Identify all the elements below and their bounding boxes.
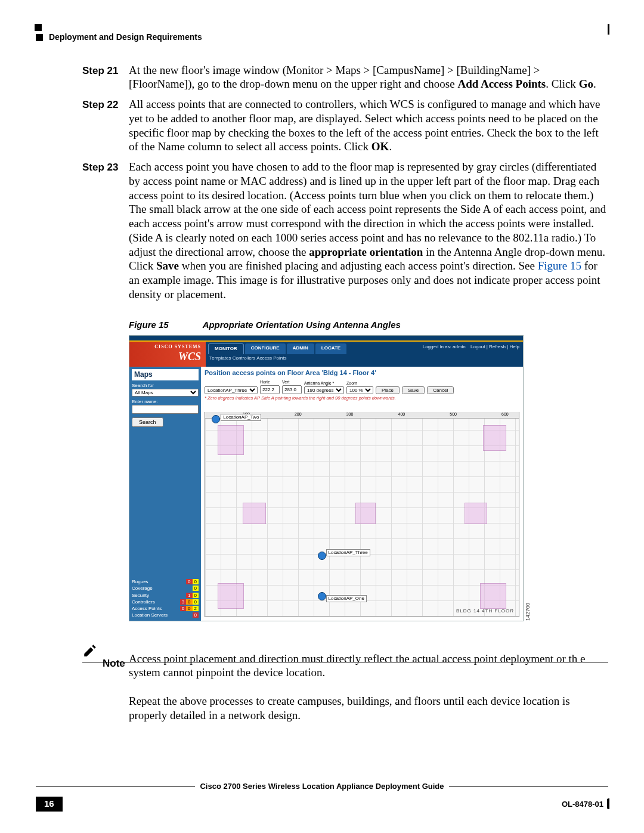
step-label: Step 22 <box>82 97 129 154</box>
wcs-sidebar: Maps Search for All Maps Enter name: Sea… <box>129 367 201 621</box>
step-22: Step 22 All access points that are conne… <box>36 97 608 154</box>
step-21: Step 21 At the new floor's image window … <box>36 63 608 92</box>
search-for-label: Search for <box>132 383 199 389</box>
cancel-button[interactable]: Cancel <box>427 386 454 394</box>
wcs-tab-configure[interactable]: CONFIGURE <box>245 343 286 354</box>
wcs-main-title: Position access points on Floor Area 'Bl… <box>201 367 523 380</box>
figure-number: Figure 15 <box>129 320 200 331</box>
page-footer: Cisco 2700 Series Wireless Location Appl… <box>36 786 608 812</box>
angle-select[interactable]: 180 degrees <box>304 386 344 394</box>
wcs-subtabs[interactable]: Templates Controllers Access Points <box>206 354 523 363</box>
wcs-hint: * Zero degrees indicates AP Side A point… <box>201 395 523 402</box>
status-row: Coverage0 <box>132 585 199 592</box>
ap-marker[interactable] <box>318 552 326 560</box>
step-label: Step 21 <box>82 63 129 92</box>
ap-label: LocationAP_One <box>326 595 367 602</box>
status-row: Controllers300 <box>132 599 199 605</box>
sidebar-status: Rogues00Coverage0Security10Controllers30… <box>132 578 199 618</box>
bldg-label: BLDG 14 4TH FLOOR <box>456 608 514 614</box>
figure-title: Appropriate Orientation Using Antenna An… <box>203 320 401 330</box>
save-button[interactable]: Save <box>402 386 425 394</box>
page-number: 16 <box>36 797 63 812</box>
doc-id: OL-8478-01 <box>562 799 608 809</box>
status-row: Access Points002 <box>132 605 199 612</box>
step-body: All access points that are connected to … <box>129 97 608 154</box>
step-label: Step 23 <box>82 160 129 302</box>
ap-label: LocationAP_Two <box>221 414 261 421</box>
status-row: Location Servers0 <box>132 612 199 618</box>
vert-input[interactable] <box>282 385 302 394</box>
wcs-control-row: LocationAP_Three Horiz Vert Antenna Angl… <box>201 380 523 395</box>
ap-label: LocationAP_Three <box>326 549 370 556</box>
step-body: Each access point you have chosen to add… <box>129 160 608 302</box>
sidebar-title: Maps <box>132 369 199 380</box>
horiz-input[interactable] <box>260 385 280 394</box>
wcs-main: Position access points on Floor Area 'Bl… <box>201 367 523 621</box>
header-square-icon <box>36 34 43 41</box>
wcs-tab-locate[interactable]: LOCATE <box>315 343 346 354</box>
footer-title: Cisco 2700 Series Wireless Location Appl… <box>195 782 448 791</box>
step-23: Step 23 Each access point you have chose… <box>36 160 608 302</box>
sidebar-search-button[interactable]: Search <box>132 417 163 427</box>
enter-name-label: Enter name: <box>132 399 199 405</box>
running-header: Deployment and Design Requirements <box>36 32 608 43</box>
zoom-select[interactable]: 100 % <box>346 386 373 394</box>
ap-select[interactable]: LocationAP_Three <box>205 386 258 394</box>
ap-marker[interactable] <box>212 415 220 423</box>
wcs-floorplan[interactable]: 100200300400500600 LocationAP_Two Locati… <box>205 412 519 617</box>
wcs-tab-admin[interactable]: ADMIN <box>287 343 314 354</box>
status-row: Rogues00 <box>132 578 199 585</box>
step-body: At the new floor's image window (Monitor… <box>129 63 608 92</box>
post-note-paragraph: Repeat the above processes to create cam… <box>129 694 608 723</box>
figure-image-number: 142700 <box>525 603 531 621</box>
search-for-select[interactable]: All Maps <box>132 389 199 397</box>
wcs-tab-monitor[interactable]: MONITOR <box>208 343 244 354</box>
wcs-userbox: Logged in as: admin Logout | Refresh | H… <box>419 344 519 350</box>
enter-name-input[interactable] <box>132 405 199 414</box>
status-row: Security10 <box>132 592 199 599</box>
ap-marker[interactable] <box>318 592 326 600</box>
header-section: Deployment and Design Requirements <box>49 32 202 43</box>
wcs-screenshot: CISCO SYSTEMS WCS Logged in as: admin Lo… <box>129 335 524 621</box>
place-button[interactable]: Place <box>376 386 400 394</box>
figure-caption: Figure 15 Appropriate Orientation Using … <box>36 320 608 331</box>
wcs-logo: CISCO SYSTEMS WCS <box>129 342 206 367</box>
